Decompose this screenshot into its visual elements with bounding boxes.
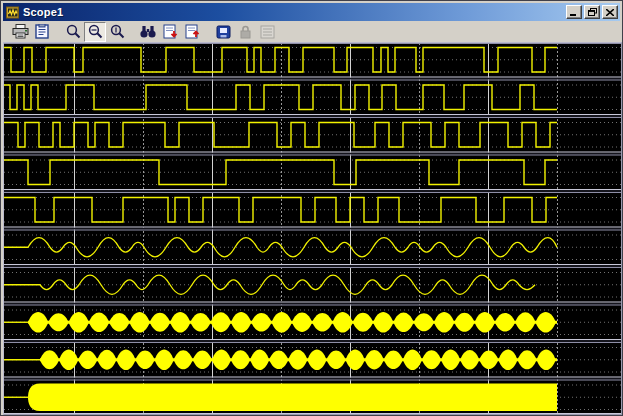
close-icon — [606, 9, 614, 16]
zoom-button[interactable] — [62, 22, 84, 42]
signal-selection-icon — [260, 25, 275, 39]
printer-icon — [12, 24, 29, 39]
print-button[interactable] — [9, 22, 31, 42]
window-title: Scope1 — [23, 6, 564, 18]
restore-axes-button[interactable] — [181, 22, 203, 42]
scope-app-icon — [6, 6, 20, 19]
minimize-button[interactable] — [566, 5, 582, 19]
save-axes-button[interactable] — [159, 22, 181, 42]
scope-window: Scope1 — [0, 0, 623, 416]
parameters-button[interactable] — [31, 22, 53, 42]
floating-scope-icon — [216, 25, 231, 39]
title-bar[interactable]: Scope1 — [3, 3, 620, 21]
scope-toolbar — [3, 21, 620, 42]
restore-axes-icon — [185, 24, 200, 39]
maximize-icon — [588, 8, 597, 16]
toolbar-separator — [53, 22, 62, 42]
signal-selection-button — [256, 22, 278, 42]
toolbar-separator — [203, 22, 212, 42]
close-button[interactable] — [602, 5, 618, 19]
minimize-icon — [570, 9, 578, 16]
binoculars-icon — [140, 25, 156, 39]
toolbar-separator — [128, 22, 137, 42]
zoom-x-button[interactable] — [84, 22, 106, 42]
zoom-y-button[interactable] — [106, 22, 128, 42]
scope-plot-area[interactable] — [3, 42, 622, 415]
magnifier-y-icon — [110, 24, 125, 39]
lock-icon — [239, 25, 252, 39]
maximize-button[interactable] — [584, 5, 600, 19]
magnifier-x-icon — [88, 24, 103, 39]
lock-axes-button — [234, 22, 256, 42]
floating-scope-button[interactable] — [212, 22, 234, 42]
autoscale-button[interactable] — [137, 22, 159, 42]
save-axes-icon — [163, 24, 178, 39]
parameters-icon — [35, 24, 49, 39]
scope-traces-canvas — [4, 43, 621, 414]
magnifier-icon — [66, 24, 81, 39]
